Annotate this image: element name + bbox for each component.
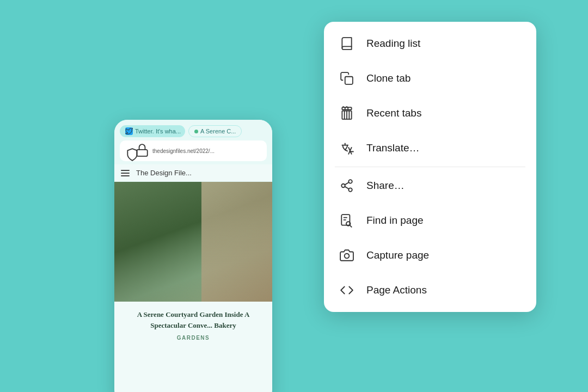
recent-tabs-icon — [339, 106, 354, 121]
address-bar-text: thedesignfiles.net/2022/... — [152, 148, 215, 154]
phone-hero-image — [114, 182, 272, 302]
active-tab-label: A Serene C... — [200, 128, 236, 134]
translate-label: Translate… — [366, 142, 420, 154]
svg-line-23 — [350, 225, 352, 227]
share-label: Share… — [366, 180, 405, 192]
menu-item-share[interactable]: Share… — [324, 168, 536, 203]
phone-tab-twitter: Twitter. It's wha... — [120, 125, 185, 137]
menu-item-translate[interactable]: Translate… — [324, 131, 536, 166]
phone-mockup: Twitter. It's wha... A Serene C... thede… — [114, 120, 272, 392]
menu-item-reading-list[interactable]: Reading list — [324, 26, 536, 61]
find-icon — [339, 213, 354, 228]
lock-icon — [135, 143, 149, 158]
phone-article-text: A Serene Courtyard Garden Inside A Spect… — [114, 302, 272, 348]
svg-point-24 — [345, 254, 350, 259]
phone-tab-active: A Serene C... — [188, 125, 242, 137]
svg-rect-0 — [137, 150, 148, 156]
capture-icon — [339, 248, 354, 263]
menu-item-page-actions[interactable]: Page Actions — [324, 273, 536, 308]
hamburger-icon — [121, 170, 130, 176]
translate-icon — [339, 140, 354, 156]
menu-divider — [335, 167, 525, 167]
phone-tabs: Twitter. It's wha... A Serene C... — [120, 125, 267, 137]
menu-item-recent-tabs[interactable]: Recent tabs — [324, 96, 536, 131]
recent-tabs-label: Recent tabs — [366, 107, 421, 119]
page-actions-icon — [339, 283, 354, 298]
menu-item-clone-tab[interactable]: Clone tab — [324, 61, 536, 96]
article-title: A Serene Courtyard Garden Inside A Spect… — [123, 309, 264, 330]
reading-list-label: Reading list — [366, 38, 420, 50]
share-icon — [339, 178, 354, 193]
site-title: The Design File... — [136, 169, 192, 177]
clone-icon — [339, 71, 354, 86]
shield-icon — [125, 148, 132, 154]
svg-line-17 — [345, 187, 348, 189]
capture-page-label: Capture page — [366, 249, 429, 261]
svg-rect-1 — [345, 77, 353, 84]
clone-tab-label: Clone tab — [366, 72, 411, 84]
page-actions-label: Page Actions — [366, 284, 427, 296]
menu-item-capture-page[interactable]: Capture page — [324, 238, 536, 273]
article-tag: GARDENS — [123, 335, 264, 341]
menu-item-find-in-page[interactable]: Find in page — [324, 203, 536, 238]
phone-address-bar: thedesignfiles.net/2022/... — [120, 140, 267, 161]
phone-top-bar: Twitter. It's wha... A Serene C... thede… — [114, 120, 272, 164]
book-icon — [339, 36, 354, 51]
context-menu: Reading list Clone tab Recent tabs — [324, 22, 536, 312]
twitter-tab-label: Twitter. It's wha... — [135, 128, 181, 134]
svg-line-18 — [345, 182, 348, 185]
find-in-page-label: Find in page — [366, 215, 424, 226]
twitter-icon — [125, 127, 133, 135]
phone-nav: The Design File... — [114, 164, 272, 182]
active-tab-dot — [194, 130, 198, 133]
